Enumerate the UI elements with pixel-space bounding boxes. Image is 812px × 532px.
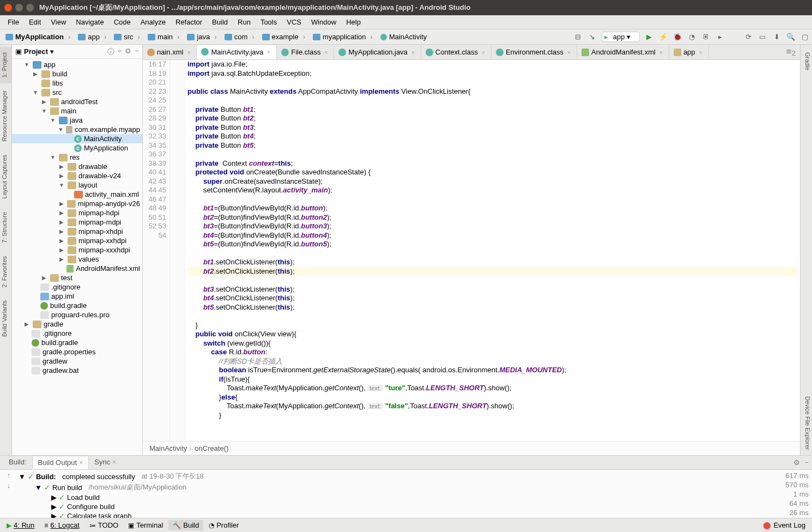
- tab-androidmanifest[interactable]: AndroidManifest.xml×: [577, 45, 669, 59]
- class-icon: c: [74, 135, 82, 143]
- sdk-icon[interactable]: ⬇: [772, 32, 781, 42]
- apply-icon[interactable]: ⚡: [658, 32, 668, 42]
- project-panel-label[interactable]: Project: [24, 47, 48, 56]
- tab-app[interactable]: app×: [669, 45, 709, 59]
- forward-icon[interactable]: ↘: [587, 32, 597, 42]
- close-icon[interactable]: ×: [185, 49, 192, 56]
- project-dropdown-icon[interactable]: ▣: [15, 47, 22, 56]
- crumb-mainactivity[interactable]: MainActivity: [377, 32, 430, 41]
- tab-device-file-explorer[interactable]: Device File Explorer: [801, 391, 812, 455]
- sb-event-log[interactable]: ⬤Event Log: [759, 520, 810, 530]
- menu-code[interactable]: Code: [110, 17, 135, 27]
- class-icon: [338, 49, 346, 56]
- menu-build[interactable]: Build: [208, 17, 232, 27]
- crumb-com[interactable]: com: [221, 32, 258, 41]
- menu-edit[interactable]: Edit: [25, 17, 45, 27]
- menu-refactor[interactable]: Refactor: [171, 17, 207, 27]
- menu-file[interactable]: File: [3, 17, 23, 27]
- crumb-src[interactable]: src: [111, 32, 143, 41]
- menu-analyze[interactable]: Analyze: [136, 17, 170, 27]
- sb-terminal[interactable]: ▣Terminal: [124, 520, 167, 530]
- tab-context-class[interactable]: Context.class×: [421, 45, 492, 59]
- profile-icon[interactable]: ◔: [687, 32, 696, 42]
- locate-icon[interactable]: ⓘ: [107, 47, 114, 57]
- down-icon[interactable]: ↓: [7, 481, 11, 489]
- crumb-java[interactable]: java: [184, 32, 220, 41]
- close-icon[interactable]: ×: [480, 49, 487, 56]
- tree-mainactivity[interactable]: cMainActivity: [12, 134, 142, 143]
- settings-icon[interactable]: ⚙: [793, 458, 800, 467]
- build-tab-sync[interactable]: Sync ×: [89, 456, 122, 469]
- tree-app[interactable]: ▼app: [12, 60, 142, 69]
- tab-myapplication[interactable]: MyApplication.java×: [334, 45, 421, 59]
- settings-icon[interactable]: ⚙: [125, 47, 131, 57]
- crumb-app[interactable]: app: [75, 32, 110, 41]
- menu-help[interactable]: Help: [342, 17, 365, 27]
- tab-project[interactable]: 1: Project: [0, 47, 11, 83]
- project-tree[interactable]: ▼app ▶build libs ▼src ▶androidTest ▼main…: [12, 59, 142, 455]
- attach-icon[interactable]: ▸: [715, 32, 725, 42]
- minimize-icon[interactable]: [15, 4, 23, 11]
- crumb-class[interactable]: MainActivity: [149, 444, 191, 452]
- tab-resource-manager[interactable]: Resource Manager: [0, 85, 11, 147]
- close-icon[interactable]: [4, 4, 12, 11]
- tab-favorites[interactable]: 2: Favorites: [0, 251, 11, 293]
- folder-icon: [313, 34, 320, 40]
- up-icon[interactable]: ↑: [7, 471, 11, 479]
- back-icon[interactable]: ⊟: [573, 32, 583, 42]
- close-icon[interactable]: ×: [265, 49, 272, 55]
- close-icon[interactable]: ×: [410, 49, 416, 56]
- hide-icon[interactable]: −: [135, 47, 139, 57]
- menu-tools[interactable]: Tools: [256, 17, 281, 27]
- crumb-example[interactable]: example: [259, 32, 308, 41]
- tab-file-class[interactable]: File.class×: [277, 45, 334, 59]
- sb-logcat[interactable]: ≡6: Logcat: [40, 520, 84, 530]
- tab-gradle[interactable]: Gradle: [801, 47, 812, 76]
- debug-icon[interactable]: 🐞: [672, 32, 682, 42]
- gradle-icon: [40, 302, 48, 310]
- crumb-myapplication[interactable]: myapplication: [310, 32, 376, 41]
- tab-structure[interactable]: 7: Structure: [0, 207, 11, 249]
- sb-profiler[interactable]: ◔Profiler: [204, 520, 243, 530]
- coverage-icon[interactable]: ⛨: [701, 32, 711, 42]
- run-icon[interactable]: ▶: [644, 32, 654, 42]
- editor-menu-icon[interactable]: ≣2: [781, 47, 800, 57]
- hide-icon[interactable]: −: [804, 458, 809, 467]
- run-config-dropdown[interactable]: app ▾: [602, 32, 640, 42]
- breadcrumbs: MyApplication app src main java com exam…: [2, 32, 430, 41]
- build-tree[interactable]: ▼✓Build: completed successfully at 19-8-…: [19, 471, 766, 517]
- collapse-icon[interactable]: ÷: [118, 47, 122, 57]
- code-content[interactable]: import java.io.File; import java.sql.Bat…: [185, 60, 800, 441]
- crumb-main[interactable]: main: [144, 32, 183, 41]
- close-icon[interactable]: ×: [323, 49, 329, 56]
- close-icon[interactable]: ×: [698, 49, 704, 56]
- avd-icon[interactable]: ▭: [758, 32, 767, 42]
- build-tab-build[interactable]: Build:: [3, 456, 32, 469]
- close-icon[interactable]: ×: [566, 49, 572, 56]
- sync-icon[interactable]: ⟳: [743, 32, 753, 42]
- menu-vcs[interactable]: VCS: [282, 17, 306, 27]
- check-icon: ✓: [59, 512, 65, 518]
- menu-window[interactable]: Window: [307, 17, 341, 27]
- tab-mainactivity[interactable]: MainActivity.java×: [197, 45, 277, 60]
- search-icon[interactable]: 🔍: [786, 32, 796, 42]
- sb-build[interactable]: 🔨Build: [168, 520, 203, 530]
- menu-run[interactable]: Run: [233, 17, 255, 27]
- sb-run[interactable]: ▶4: Run: [2, 520, 39, 530]
- close-icon[interactable]: ×: [658, 49, 664, 56]
- menu-navigate[interactable]: Navigate: [71, 17, 108, 27]
- menu-view[interactable]: View: [46, 17, 70, 27]
- crumb-method[interactable]: onCreate(): [195, 444, 228, 452]
- tab-nain-xml[interactable]: nain.xml×: [143, 45, 197, 59]
- code-area[interactable]: 16 17 18 19 20 21 22 23 24 25 26 27 28 2…: [143, 60, 800, 441]
- maximize-icon[interactable]: [26, 4, 34, 11]
- build-tab-output[interactable]: Build Output ×: [32, 456, 89, 469]
- tab-build-variants[interactable]: Build Variants: [0, 295, 11, 342]
- tab-environment-class[interactable]: Environment.class×: [492, 45, 577, 59]
- sb-todo[interactable]: ≔TODO: [85, 520, 123, 530]
- folder-icon: [68, 209, 76, 217]
- layout-icon[interactable]: ▢: [800, 32, 810, 42]
- crumb-root[interactable]: MyApplication: [2, 32, 74, 41]
- tab-layout-captures[interactable]: Layout Captures: [0, 149, 11, 204]
- stop-icon[interactable]: [729, 32, 739, 42]
